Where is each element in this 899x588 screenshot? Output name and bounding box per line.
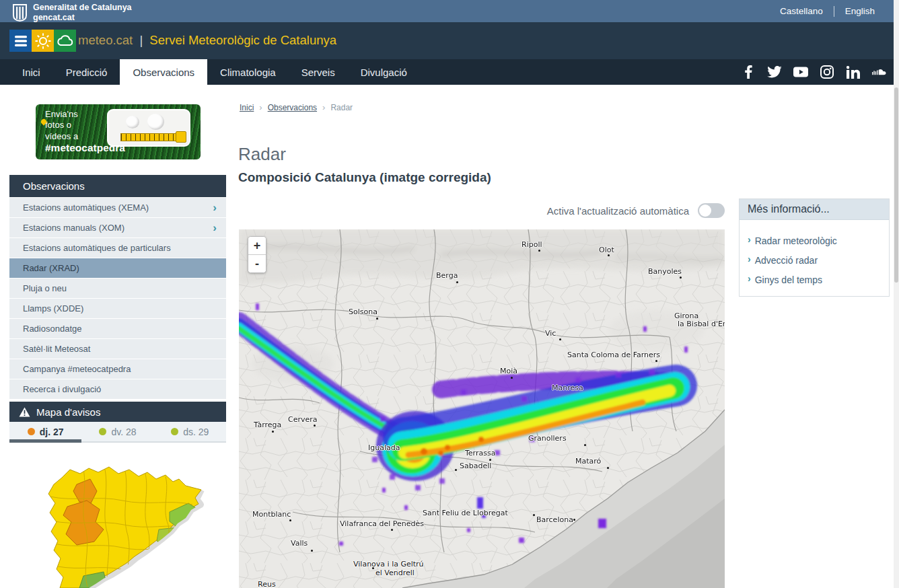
map-label: Igualada — [368, 443, 400, 452]
city-dot — [376, 318, 378, 320]
sidebar-item-radiosondatge[interactable]: Radiosondatge — [9, 319, 226, 338]
government-bar: Generalitat de Catalunya gencat.cat Cast… — [0, 0, 899, 22]
orange-dot-icon — [28, 428, 35, 435]
link-adveccio-radar[interactable]: › Advecció radar — [748, 255, 881, 266]
nav-serveis[interactable]: Serveis — [289, 59, 348, 85]
breadcrumb-current: Radar — [330, 103, 353, 112]
nav-prediccio[interactable]: Predicció — [53, 59, 120, 85]
city-dot — [559, 338, 561, 340]
nav-divulgacio[interactable]: Divulgació — [348, 59, 420, 85]
linkedin-icon[interactable] — [846, 65, 861, 79]
sidebar-item-xom[interactable]: Estacions manuals (XOM) › — [9, 218, 226, 237]
social-links — [741, 59, 887, 85]
page-scrollbar[interactable] — [894, 0, 899, 588]
auto-refresh-toggle[interactable] — [698, 203, 725, 218]
page-subtitle: Composició Catalunya (imatge corregida) — [238, 170, 491, 185]
brand-long: Servei Meteorològic de Catalunya — [149, 33, 336, 47]
banner-text: Envia'ns fotos o vídeos a — [45, 109, 78, 142]
lang-english[interactable]: English — [834, 6, 886, 16]
map-label: Sant Feliu de Llobregat — [423, 509, 508, 517]
city-dot — [489, 459, 491, 461]
sidebar-item-llamps[interactable]: Llamps (XDDE) — [9, 299, 226, 318]
sidebar-item-xema[interactable]: Estacions automàtiques (XEMA) › — [9, 198, 226, 217]
sidebar-item-pluja-neu[interactable]: Pluja o neu — [9, 279, 226, 298]
menu-button[interactable] — [9, 30, 32, 52]
gencat-logo[interactable]: Generalitat de Catalunya gencat.cat — [12, 3, 132, 23]
map-label: Mataró — [575, 457, 601, 466]
sidebar-item-recerca[interactable]: Recerca i divulgació — [9, 379, 226, 399]
city-dot — [608, 254, 610, 256]
language-switcher: Castellano English — [769, 0, 886, 22]
map-label: Tàrrega — [254, 420, 281, 429]
sun-tile[interactable] — [32, 30, 54, 52]
cloud-icon — [57, 34, 74, 48]
chevron-right-icon: › — [213, 202, 217, 213]
nav-observacions[interactable]: Observacions — [120, 59, 207, 85]
city-dot — [456, 281, 458, 283]
sidebar-item-radar[interactable]: Radar (XRAD) — [9, 258, 226, 278]
link-ginys-del-temps[interactable]: › Ginys del temps — [748, 274, 881, 285]
zoom-in-button[interactable]: + — [248, 237, 266, 254]
sun-icon — [35, 33, 51, 49]
map-label: Montblanc — [252, 510, 291, 519]
sidebar-item-meteosat[interactable]: Satèl·lit Meteosat — [9, 339, 226, 359]
nav-climatologia[interactable]: Climatologia — [207, 59, 289, 85]
map-label: Barcelona — [536, 515, 573, 524]
zoom-out-button[interactable]: - — [248, 254, 266, 272]
observacions-menu: Observacions Estacions automàtiques (XEM… — [9, 175, 226, 399]
city-dot — [584, 444, 586, 446]
map-label: Sabadell — [460, 462, 491, 470]
city-dot — [511, 377, 513, 379]
more-info-panel: Més informació... › Radar meteorològic ›… — [739, 198, 890, 297]
map-label: Manresa — [552, 383, 583, 392]
youtube-icon[interactable] — [793, 65, 808, 79]
green-dot-icon — [171, 428, 178, 435]
senyera-icon — [12, 4, 28, 22]
map-label: Terrassa — [465, 449, 495, 457]
hail-photo — [108, 110, 189, 145]
city-dot — [655, 360, 657, 362]
map-label: Santa Coloma de Farners — [567, 351, 660, 359]
city-dot — [272, 431, 274, 433]
menu-title: Observacions — [9, 175, 226, 197]
link-radar-meteorologic[interactable]: › Radar meteorològic — [748, 235, 881, 246]
breadcrumb-observacions[interactable]: Observacions — [268, 103, 317, 112]
gencat-subtitle: gencat.cat — [33, 13, 132, 23]
chevron-right-icon: › — [213, 222, 217, 233]
map-label: Vilafranca del Penedès — [340, 519, 424, 528]
nav-inici[interactable]: Inici — [9, 59, 53, 85]
breadcrumb-inici[interactable]: Inici — [240, 103, 254, 112]
facebook-icon[interactable] — [741, 65, 756, 79]
cloud-tile[interactable] — [54, 30, 76, 52]
meteocatpedra-banner[interactable]: Envia'ns fotos o vídeos a #meteocatpedra — [36, 104, 201, 159]
breadcrumb-sep-icon: › — [322, 102, 325, 112]
radar-map[interactable]: Ripoll Olot Banyoles Berga Solsona Giron… — [239, 229, 725, 588]
sidebar-item-campanya[interactable]: Campanya #meteocatpedra — [9, 359, 226, 379]
twitter-icon[interactable] — [767, 65, 782, 79]
site-title[interactable]: meteo.cat | Servei Meteorològic de Catal… — [78, 33, 336, 48]
scrollbar-thumb[interactable] — [894, 87, 898, 283]
city-dot — [607, 467, 609, 469]
soundcloud-icon[interactable] — [872, 65, 887, 79]
tab-dj27[interactable]: dj. 27 — [9, 422, 81, 441]
map-label: Vic — [545, 329, 556, 338]
breadcrumb: Inici › Observacions › Radar — [240, 102, 353, 112]
map-label: el Vendrell — [375, 568, 415, 577]
city-dot — [680, 277, 682, 279]
tab-dv28[interactable]: dv. 28 — [81, 422, 153, 441]
brand-short: meteo.cat — [78, 33, 133, 47]
sidebar-item-particulars[interactable]: Estacions automàtiques de particulars — [9, 238, 226, 258]
city-dot — [314, 425, 316, 427]
toggle-knob — [699, 205, 711, 217]
warnings-tabs: dj. 27 dv. 28 ds. 29 — [9, 422, 226, 443]
warnings-header: Mapa d'avisos — [9, 402, 226, 422]
map-zoom-control: + - — [248, 236, 266, 273]
chevron-right-icon: › — [748, 274, 751, 283]
chevron-right-icon: › — [748, 235, 751, 244]
instagram-icon[interactable] — [820, 65, 834, 79]
lang-castellano[interactable]: Castellano — [769, 6, 834, 16]
tab-ds29[interactable]: ds. 29 — [154, 422, 226, 441]
meteocat-radar-page: Generalitat de Catalunya gencat.cat Cast… — [0, 0, 899, 588]
catalunya-warning-map[interactable] — [9, 443, 226, 588]
warning-icon — [19, 407, 30, 417]
